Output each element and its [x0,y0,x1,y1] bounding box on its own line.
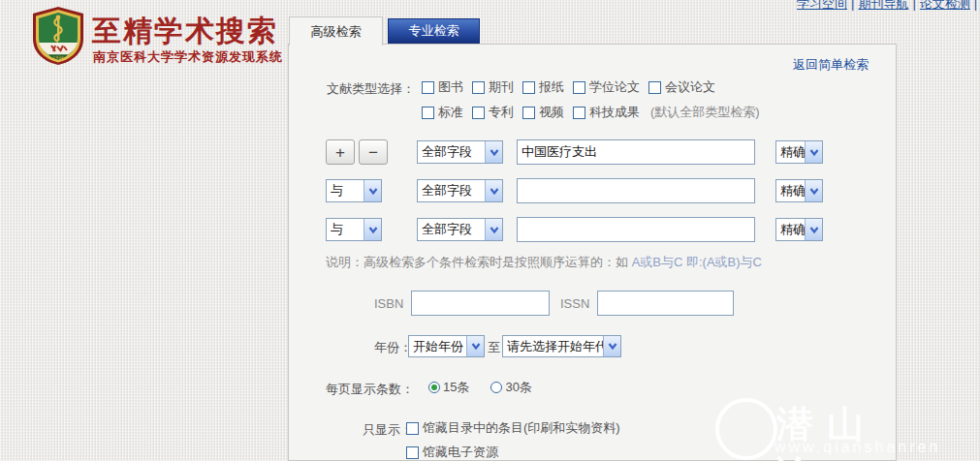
bool-select-2[interactable]: 与 [326,179,382,202]
checkbox-journal[interactable] [472,81,485,94]
checkbox-scitech[interactable] [573,107,585,119]
per-page-options: 15条 30条 [428,379,532,396]
issn-label: ISSN [560,296,589,311]
watermark-text: 潜山论 [776,400,896,461]
per-page-15[interactable]: 15条 [428,379,469,396]
doc-type-row2: 标准 专利 视频 科技成果 (默认全部类型检索) [422,104,760,121]
watermark-logo [715,398,777,460]
bool-select-3[interactable]: 与 [326,218,382,241]
checkbox-standard[interactable] [422,107,434,119]
field-select-1[interactable]: 全部字段 [417,140,503,164]
checkbox-conference[interactable] [648,81,661,94]
top-link-paper-check[interactable]: 论文检测 [920,0,970,11]
chevron-down-icon [805,219,822,240]
note-prefix: 说明：高级检索多个条件检索时是按照顺序运算的：如 [326,255,632,269]
chevron-down-icon [485,180,502,201]
checkbox-thesis[interactable] [573,81,585,94]
watermark-url: www.qianshanren [775,439,940,456]
checkbox-video[interactable] [522,107,535,119]
tab-advanced-search[interactable]: 高级检索 [289,16,383,46]
field-select-2[interactable]: 全部字段 [417,179,503,202]
top-link-study-space[interactable]: 学习空间 [797,0,847,11]
checkbox-book[interactable] [422,81,434,94]
note-formula: A或B与C 即:(A或B)与C [632,255,762,269]
add-condition-button[interactable]: + [326,139,355,165]
link-separator: | [974,0,977,11]
checkbox-eresource[interactable] [406,446,419,459]
per-page-30[interactable]: 30条 [490,379,531,396]
return-simple-search-link[interactable]: 返回简单检索 [793,56,869,74]
year-label: 年份： [374,339,412,356]
doc-type-patent[interactable]: 专利 [472,104,514,121]
isbn-label: ISBN [374,296,403,311]
top-nav-links: 学习空间|期刊导航|论文检测|进 [797,0,980,13]
chevron-down-icon [603,336,620,356]
doc-type-newspaper[interactable]: 报纸 [522,78,564,96]
field-select-3[interactable]: 全部字段 [417,218,503,241]
chevron-down-icon [485,141,502,163]
doc-type-book[interactable]: 图书 [422,78,463,96]
only-show-eresource[interactable]: 馆藏电子资源 [406,444,498,461]
doc-type-label: 文献类型选择： [327,80,415,98]
issn-input[interactable] [597,291,734,316]
site-subtitle: 南京医科大学学术资源发现系统 [93,48,283,66]
doc-type-scitech[interactable]: 科技成果 [573,104,640,121]
doc-type-conference[interactable]: 会议论文 [648,78,715,96]
only-show-row1: 馆藏目录中的条目(印刷和实物资料) [406,419,620,437]
search-term-input-3[interactable] [517,217,755,242]
chevron-down-icon [466,336,484,356]
radio-15-selected[interactable] [428,382,440,393]
chevron-down-icon [364,180,381,201]
top-link-journal-nav[interactable]: 期刊导航 [858,0,908,11]
doc-type-row1: 图书 期刊 报纸 学位论文 会议论文 [422,78,715,96]
site-title: 至精学术搜索 [92,12,278,51]
isbn-input[interactable] [411,291,550,316]
only-show-row2: 馆藏电子资源 [406,444,498,461]
svg-text:1934: 1934 [52,55,64,60]
checkbox-catalog[interactable] [406,422,419,435]
remove-condition-button[interactable]: − [359,139,388,165]
year-start-select[interactable]: 开始年份 [408,335,485,357]
tab-professional-search[interactable]: 专业检索 [388,18,480,44]
advanced-search-panel: 返回简单检索 文献类型选择： 图书 期刊 报纸 学位论文 会议论文 标准 专利 … [288,44,897,461]
doc-type-journal[interactable]: 期刊 [472,78,514,96]
default-type-note: (默认全部类型检索) [650,104,760,121]
link-separator: | [912,0,915,11]
chevron-down-icon [805,141,822,163]
per-page-label: 每页显示条数： [326,381,414,398]
search-term-input-1[interactable] [517,139,755,165]
match-select-3[interactable]: 精确 [775,218,823,241]
university-shield-logo: 1934 [31,6,85,66]
checkbox-newspaper[interactable] [522,81,535,94]
chevron-down-icon [485,219,502,240]
advanced-search-page: 1934 至精学术搜索 南京医科大学学术资源发现系统 学习空间|期刊导航|论文检… [0,0,980,461]
match-select-2[interactable]: 精确 [775,179,823,202]
doc-type-standard[interactable]: 标准 [422,104,463,121]
checkbox-patent[interactable] [472,107,485,119]
doc-type-thesis[interactable]: 学位论文 [573,78,640,96]
search-note: 说明：高级检索多个条件检索时是按照顺序运算的：如 A或B与C 即:(A或B)与C [326,254,762,271]
chevron-down-icon [805,180,822,201]
radio-30[interactable] [490,382,502,393]
search-term-input-2[interactable] [517,178,755,203]
only-show-catalog[interactable]: 馆藏目录中的条目(印刷和实物资料) [406,419,620,437]
match-select-1[interactable]: 精确 [775,140,823,164]
link-separator: | [851,0,854,11]
year-end-select[interactable]: 请先选择开始年代 [502,335,621,357]
year-to-label: 至 [488,339,500,356]
chevron-down-icon [364,219,381,240]
doc-type-video[interactable]: 视频 [522,104,564,121]
